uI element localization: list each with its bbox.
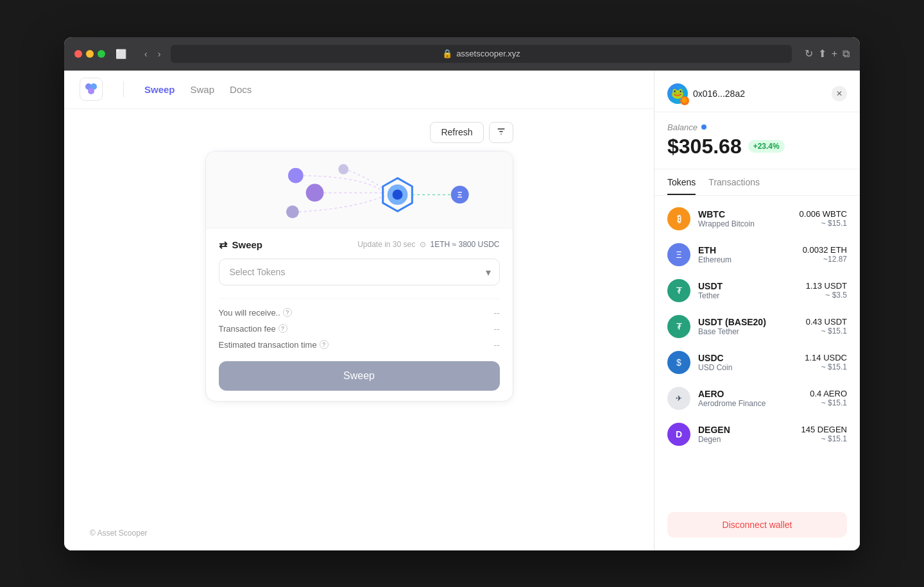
token-values: 145 DEGEN ~ $15.1 [801,425,847,443]
sweep-form: ⇄ Sweep Update in 30 sec ⊙ 1ETH ≈ 3800 U… [206,228,513,401]
time-value: -- [494,340,500,350]
token-name: USDC [698,353,797,363]
address-bar[interactable]: 🔒 assetscooper.xyz [171,45,791,63]
sweep-title-text: Sweep [232,239,263,250]
token-amount: 1.14 USDC [805,353,847,362]
footer-text: © Asset Scooper [90,529,148,538]
reload-button[interactable]: ↻ [805,47,813,60]
token-values: 0.43 USDT ~ $15.1 [806,317,847,336]
balance-value: $305.68 [667,135,742,158]
token-info: USDT (BASE20) Base Tether [698,317,798,336]
url-text: assetscooper.xyz [456,49,520,58]
token-subname: USD Coin [698,363,797,372]
token-info: AERO Aerodrome Finance [698,389,802,408]
svg-point-9 [338,164,348,174]
sweep-title: ⇄ Sweep [219,239,263,251]
sidebar-icon[interactable]: ⬜ [116,49,126,59]
balance-change-badge: +23.4% [748,140,785,153]
tab-tokens[interactable]: Tokens [667,177,696,195]
token-subname: Wrapped Bitcoin [698,219,792,228]
balance-dot [701,124,706,130]
usdt-base20-icon: ₮ [667,315,690,338]
token-info: WBTC Wrapped Bitcoin [698,209,792,228]
sweep-button[interactable]: Sweep [219,361,500,391]
nav-link-swap[interactable]: Swap [191,84,215,95]
token-usd: ~ $3.5 [806,291,847,300]
browser-controls: ‹ › [142,46,163,62]
token-values: 0.4 AERO ~ $15.1 [810,389,847,407]
svg-point-2 [88,88,94,94]
main-area: Sweep Swap Docs Refresh [64,71,654,550]
token-select[interactable]: Select Tokens [219,259,500,285]
close-wallet-button[interactable]: ✕ [832,86,847,101]
svg-point-7 [305,183,323,201]
time-question-icon[interactable]: ? [320,340,329,349]
token-usd: ~ $15.1 [805,362,847,371]
avatar: 🐸 🟠 [667,83,688,104]
token-usd: ~ $15.1 [810,398,847,407]
back-button[interactable]: ‹ [142,46,150,62]
token-name: WBTC [698,209,792,219]
tabs-button[interactable]: ⧉ [843,47,850,60]
wallet-panel: 🐸 🟠 0x016...28a2 ✕ Balance $305.68 +23.4… [654,71,860,550]
main-content: Refresh [64,109,654,516]
receive-label: You will receive.. ? [219,308,292,318]
refresh-button[interactable]: Refresh [430,122,483,143]
token-amount: 0.4 AERO [810,389,847,398]
fullscreen-traffic-light[interactable] [98,50,105,58]
close-traffic-light[interactable] [74,50,82,58]
token-subname: Tether [698,291,798,300]
browser-actions: ↻ ⬆ + ⧉ [805,47,850,60]
svg-point-6 [287,167,303,183]
token-amount: 0.006 WBTC [800,209,847,219]
forward-button[interactable]: › [155,46,164,62]
token-values: 0.006 WBTC ~ $15.1 [800,209,847,228]
fee-label: Transaction fee ? [219,324,287,334]
token-info: DEGEN Degen [698,425,793,444]
nav-links: Sweep Swap Docs [144,84,252,95]
token-name: AERO [698,389,802,399]
wallet-address: 🐸 🟠 0x016...28a2 [667,83,745,104]
token-subname: Degen [698,435,793,444]
rate-text: 1ETH ≈ 3800 USDC [431,240,500,249]
new-tab-button[interactable]: + [832,47,837,60]
list-item: ₮ USDT (BASE20) Base Tether 0.43 USDT ~ … [654,309,860,345]
browser-window: ⬜ ‹ › 🔒 assetscooper.xyz ↻ ⬆ + ⧉ [64,37,860,550]
app-content: Sweep Swap Docs Refresh [64,71,860,550]
share-button[interactable]: ⬆ [818,47,826,60]
usdt-icon: ₮ [667,279,690,302]
receive-question-icon[interactable]: ? [283,308,292,317]
update-text: Update in 30 sec [357,240,415,249]
filter-button[interactable] [489,122,513,143]
disconnect-wallet-button[interactable]: Disconnect wallet [667,512,847,538]
sweep-meta: Update in 30 sec ⊙ 1ETH ≈ 3800 USDC [357,240,499,249]
eth-icon: Ξ [667,243,690,266]
nav-link-sweep[interactable]: Sweep [144,84,175,95]
wbtc-icon: ₿ [667,207,690,230]
token-name: DEGEN [698,425,793,435]
token-info: USDC USD Coin [698,353,797,372]
token-usd: ~ $15.1 [806,327,847,336]
list-item: ✈ AERO Aerodrome Finance 0.4 AERO ~ $15.… [654,380,860,416]
logo [80,78,103,101]
token-info: USDT Tether [698,281,798,300]
token-values: 0.0032 ETH ~12.87 [803,245,847,264]
nav-link-docs[interactable]: Docs [230,84,252,95]
degen-icon: D [667,423,690,446]
token-name: ETH [698,245,795,255]
receive-row: You will receive.. ? -- [219,308,500,318]
token-select-wrapper: Select Tokens ▾ [219,259,500,285]
list-item: ₿ WBTC Wrapped Bitcoin 0.006 WBTC ~ $15.… [654,201,860,237]
list-item: Ξ ETH Ethereum 0.0032 ETH ~12.87 [654,237,860,273]
token-values: 1.13 USDT ~ $3.5 [806,281,847,300]
footer: © Asset Scooper [64,516,654,550]
svg-point-12 [392,189,402,200]
tab-transactions[interactable]: Transactions [708,177,760,195]
address-text: 0x016...28a2 [693,89,745,99]
token-subname: Ethereum [698,255,795,264]
minimize-traffic-light[interactable] [86,50,94,58]
aero-icon: ✈ [667,387,690,410]
sweep-header: ⇄ Sweep Update in 30 sec ⊙ 1ETH ≈ 3800 U… [219,239,500,251]
browser-chrome: ⬜ ‹ › 🔒 assetscooper.xyz ↻ ⬆ + ⧉ [64,37,860,71]
fee-question-icon[interactable]: ? [278,324,287,333]
